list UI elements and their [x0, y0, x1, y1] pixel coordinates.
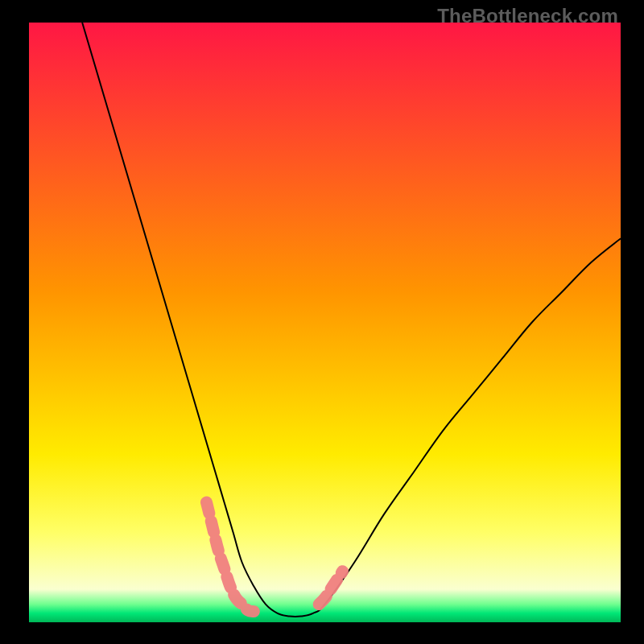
bottleneck-chart: [29, 23, 621, 622]
